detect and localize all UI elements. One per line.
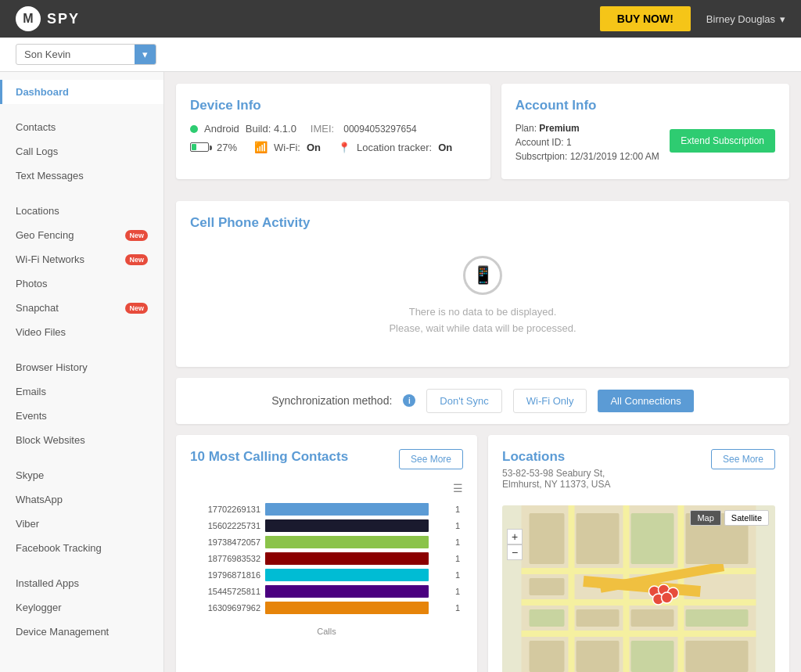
- svg-point-26: [662, 592, 673, 603]
- device-os-row: Android Build: 4.1.0 IMEI: 0009405329765…: [190, 123, 476, 135]
- zoom-out-button[interactable]: −: [507, 544, 523, 560]
- dont-sync-button[interactable]: Don't Sync: [426, 389, 501, 413]
- device-select-arrow-icon[interactable]: ▾: [135, 45, 156, 64]
- no-data-text: There is no data to be displayed. Please…: [389, 304, 576, 337]
- sidebar-item-snapchat[interactable]: Snapchat New: [0, 296, 163, 320]
- svg-rect-18: [530, 641, 565, 672]
- subscription-row: Subscrtpion: 12/31/2019 12:00 AM: [515, 151, 659, 162]
- bar-value: 1: [455, 587, 463, 596]
- sidebar-item-dashboard[interactable]: Dashboard: [0, 80, 163, 104]
- header: M SPY BUY NOW! Birney Douglas ▾: [0, 0, 801, 38]
- location-status: On: [438, 142, 452, 153]
- battery-fill: [192, 144, 196, 150]
- map-svg: [502, 505, 775, 672]
- bar-chart: 1770226913111560222573111973847205711877…: [190, 499, 463, 622]
- sidebar-label-dashboard: Dashboard: [16, 86, 69, 98]
- calling-see-more-button[interactable]: See More: [399, 449, 463, 469]
- sidebar-item-geo-fencing[interactable]: Geo Fencing New: [0, 223, 163, 247]
- cell-phone-activity-title: Cell Phone Activity: [190, 215, 775, 231]
- plan-value: Premium: [539, 123, 579, 134]
- account-id-label: Account ID:: [515, 137, 564, 148]
- device-selector[interactable]: Son Kevin ▾: [16, 44, 156, 65]
- locations-see-more-button[interactable]: See More: [711, 449, 775, 469]
- sidebar-item-emails[interactable]: Emails: [0, 379, 163, 404]
- satellite-button[interactable]: Satellite: [724, 510, 769, 526]
- sidebar-item-browser-history[interactable]: Browser History: [0, 355, 163, 379]
- all-connections-button[interactable]: All Connections: [598, 390, 693, 412]
- device-imei-value: 00094053297654: [343, 124, 416, 135]
- svg-rect-15: [577, 609, 620, 627]
- sidebar-item-installed-apps[interactable]: Installed Apps: [0, 571, 163, 595]
- sidebar-item-text-messages[interactable]: Text Messages: [0, 164, 163, 188]
- zoom-in-button[interactable]: +: [507, 529, 523, 544]
- sidebar-label-keylogger: Keylogger: [16, 602, 62, 613]
- bar-phone-label: 19738472057: [190, 537, 260, 547]
- svg-rect-20: [631, 641, 674, 672]
- no-data-section: 📱 There is no data to be displayed. Plea…: [190, 240, 775, 353]
- content-area: Device Info Android Build: 4.1.0 IMEI: 0…: [164, 72, 801, 672]
- bar-fill: [265, 536, 429, 548]
- subscription-value: 12/31/2019 12:00 AM: [570, 151, 659, 162]
- sidebar-item-skype[interactable]: Skype: [0, 463, 163, 487]
- sidebar-item-wifi-networks[interactable]: Wi-Fi Networks New: [0, 247, 163, 271]
- main-layout: Dashboard Contacts Call Logs Text Messag…: [0, 72, 801, 672]
- battery-icon: [190, 142, 209, 152]
- sidebar-item-locations[interactable]: Locations: [0, 199, 163, 223]
- sidebar-label-whatsapp: WhatsApp: [16, 494, 63, 505]
- svg-rect-16: [631, 609, 674, 627]
- svg-rect-4: [569, 505, 575, 672]
- sidebar-item-call-logs[interactable]: Call Logs: [0, 139, 163, 164]
- bar-row: 197968718161: [190, 569, 463, 581]
- bar-phone-label: 15445725811: [190, 587, 260, 596]
- svg-rect-9: [530, 513, 565, 564]
- account-details: Plan: Premium Account ID: 1 Subscrtpion:…: [515, 123, 659, 165]
- sidebar-label-contacts: Contacts: [16, 121, 56, 133]
- sidebar-item-block-websites[interactable]: Block Websites: [0, 428, 163, 452]
- locations-title: Locations: [502, 449, 611, 465]
- sidebar-label-wifi-networks: Wi-Fi Networks: [16, 253, 84, 265]
- svg-rect-19: [577, 641, 620, 672]
- sync-label: Synchronization method:: [271, 394, 392, 407]
- android-status-dot: [190, 125, 198, 133]
- bar-phone-label: 16309697962: [190, 603, 260, 613]
- user-dropdown[interactable]: Birney Douglas ▾: [706, 13, 785, 25]
- bar-phone-label: 19796871816: [190, 570, 260, 580]
- sidebar-label-events: Events: [16, 410, 47, 422]
- chart-menu-icon[interactable]: ☰: [190, 482, 463, 494]
- device-imei-label: IMEI:: [311, 123, 334, 135]
- phone-icon: 📱: [463, 256, 502, 295]
- locations-city: Elmhurst, NY 11373, USA: [502, 479, 611, 490]
- sidebar-label-text-messages: Text Messages: [16, 170, 84, 181]
- map-button[interactable]: Map: [690, 510, 720, 526]
- extend-subscription-button[interactable]: Extend Subscription: [670, 129, 775, 153]
- sidebar-label-browser-history: Browser History: [16, 361, 88, 373]
- sidebar-label-emails: Emails: [16, 386, 46, 397]
- bar-row: 154457258111: [190, 585, 463, 598]
- account-info-title: Account Info: [515, 98, 775, 113]
- wifi-only-button[interactable]: Wi-Fi Only: [513, 389, 587, 413]
- logo: M SPY: [16, 6, 80, 31]
- svg-rect-10: [577, 513, 620, 564]
- sidebar-item-contacts[interactable]: Contacts: [0, 115, 163, 139]
- device-status-row: 27% 📶 Wi-Fi: On 📍 Location tracker: On: [190, 141, 476, 153]
- buy-now-button[interactable]: BUY NOW!: [600, 6, 691, 31]
- bar-value: 1: [455, 554, 463, 563]
- bar-row: 187769835321: [190, 552, 463, 565]
- bar-fill: [265, 585, 429, 598]
- bar-row: 156022257311: [190, 519, 463, 532]
- sidebar-item-photos[interactable]: Photos: [0, 271, 163, 296]
- sidebar-label-facebook-tracking: Facebook Tracking: [16, 542, 102, 554]
- sidebar-item-events[interactable]: Events: [0, 404, 163, 428]
- sync-info-icon[interactable]: i: [403, 394, 415, 407]
- device-info-card: Device Info Android Build: 4.1.0 IMEI: 0…: [176, 84, 490, 179]
- bar-fill: [265, 552, 429, 565]
- sidebar-item-viber[interactable]: Viber: [0, 512, 163, 536]
- locations-address-line1: 53-82-53-98 Seabury St,: [502, 468, 605, 479]
- sidebar-item-device-management[interactable]: Device Management: [0, 620, 163, 644]
- sidebar-item-video-files[interactable]: Video Files: [0, 320, 163, 344]
- sidebar-item-keylogger[interactable]: Keylogger: [0, 595, 163, 620]
- sidebar-item-facebook-tracking[interactable]: Facebook Tracking: [0, 536, 163, 560]
- svg-rect-17: [686, 609, 749, 627]
- locations-address: 53-82-53-98 Seabury St, Elmhurst, NY 113…: [502, 468, 611, 490]
- sidebar-item-whatsapp[interactable]: WhatsApp: [0, 487, 163, 512]
